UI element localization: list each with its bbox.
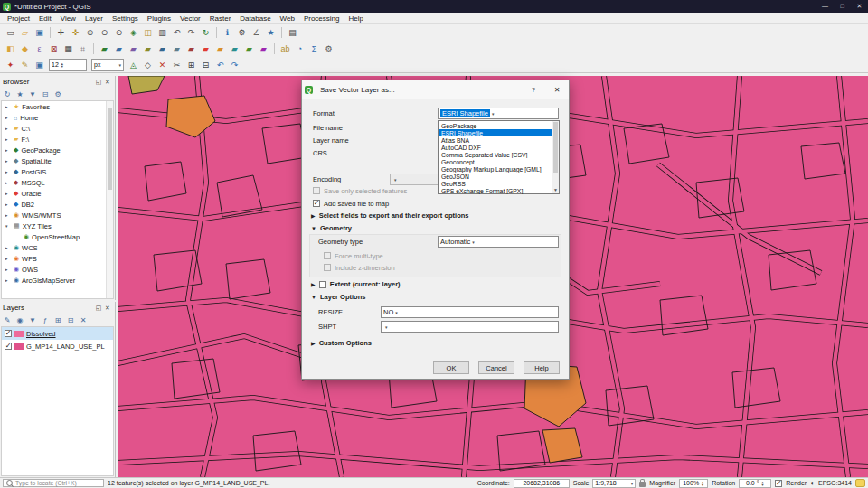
- add-wfs-layer-icon[interactable]: ▰: [242, 42, 256, 56]
- messages-icon[interactable]: [855, 479, 865, 487]
- format-option-gml[interactable]: Geography Markup Language [GML]: [439, 165, 552, 173]
- select-features-icon[interactable]: ◧: [4, 42, 17, 56]
- format-option-geopackage[interactable]: GeoPackage: [439, 122, 552, 129]
- ok-button[interactable]: OK: [433, 361, 469, 374]
- format-option-georss[interactable]: GeoRSS: [439, 180, 552, 187]
- paste-features-icon[interactable]: ⊟: [199, 58, 212, 71]
- zoom-full-icon[interactable]: ◈: [127, 26, 140, 40]
- dropdown-scrollbar[interactable]: ▼: [552, 121, 559, 193]
- browser-item-c-drive[interactable]: ▸ ▰ C:\: [2, 123, 113, 134]
- add-vector-layer-icon[interactable]: ▰: [98, 42, 111, 56]
- magnifier-spinbox[interactable]: 100%▲▼: [679, 479, 708, 488]
- save-edits-icon[interactable]: ▣: [33, 58, 46, 71]
- identify-features-icon[interactable]: ℹ: [221, 26, 234, 40]
- processing-toolbox-icon[interactable]: ⚙: [322, 42, 335, 56]
- zoom-to-layer-icon[interactable]: ▥: [156, 26, 169, 40]
- menu-plugins[interactable]: Plugins: [143, 14, 175, 23]
- size-spinbox[interactable]: 12 ▲▼: [49, 59, 87, 71]
- add-oracle-layer-icon[interactable]: ▰: [199, 42, 212, 56]
- maximize-button[interactable]: □: [834, 0, 851, 13]
- cut-features-icon[interactable]: ✂: [170, 58, 184, 71]
- menu-processing[interactable]: Processing: [299, 14, 344, 23]
- add-feature-icon[interactable]: ◬: [127, 58, 140, 71]
- copy-features-icon[interactable]: ⊞: [184, 58, 198, 71]
- spatial-bookmarks-icon[interactable]: ★: [264, 26, 278, 40]
- expand-arrow-icon[interactable]: ▸: [5, 256, 11, 261]
- undo-icon[interactable]: ↶: [213, 58, 227, 71]
- menu-layer[interactable]: Layer: [80, 14, 108, 23]
- scale-combobox[interactable]: 1:9,718: [592, 479, 636, 488]
- rotation-spinbox[interactable]: 0.0 °▲▼: [739, 479, 771, 488]
- vertex-tool-icon[interactable]: ◇: [141, 58, 155, 71]
- menu-raster[interactable]: Raster: [205, 14, 236, 23]
- format-combobox[interactable]: ESRI Shapefile: [438, 108, 559, 119]
- section-geometry[interactable]: ▼ Geometry: [311, 224, 352, 232]
- layer-labeling-icon[interactable]: ab: [278, 42, 292, 56]
- expand-arrow-icon[interactable]: ▸: [5, 169, 11, 174]
- shpt-combobox[interactable]: [381, 321, 559, 333]
- expand-arrow-icon[interactable]: ▸: [5, 212, 11, 218]
- expand-arrow-icon[interactable]: ▸: [5, 180, 11, 185]
- add-saved-file-checkbox[interactable]: [313, 200, 320, 207]
- pan-to-selection-icon[interactable]: ✜: [69, 26, 82, 40]
- expand-arrow-icon[interactable]: ▸: [5, 202, 11, 207]
- open-project-icon[interactable]: ▱: [18, 26, 32, 40]
- layer-visibility-checkbox[interactable]: [5, 343, 12, 350]
- measure-line-icon[interactable]: ∠: [250, 26, 263, 40]
- add-wms-layer-icon[interactable]: ▰: [213, 42, 227, 56]
- format-option-autocad-dxf[interactable]: AutoCAD DXF: [439, 144, 552, 151]
- browser-item-openstreetmap[interactable]: ◉ OpenStreetMap: [2, 231, 113, 242]
- section-custom-options[interactable]: ▶ Custom Options: [311, 339, 372, 347]
- browser-scrollbar[interactable]: [106, 101, 113, 298]
- crs-status-icon[interactable]: ◐: [810, 479, 815, 487]
- menu-web[interactable]: Web: [276, 14, 299, 23]
- format-option-geoconcept[interactable]: Geoconcept: [439, 158, 552, 165]
- include-z-checkbox[interactable]: [324, 264, 331, 271]
- browser-item-xyz-tiles[interactable]: ▾ ▦ XYZ Tiles: [2, 221, 113, 231]
- cancel-button[interactable]: Cancel: [478, 361, 514, 374]
- add-spatialite-layer-icon[interactable]: ▰: [170, 42, 184, 56]
- menu-database[interactable]: Database: [235, 14, 275, 23]
- layer-item-dissolved[interactable]: Dissolved: [2, 327, 113, 340]
- add-xyz-layer-icon[interactable]: ▰: [257, 42, 270, 56]
- browser-item-wcs[interactable]: ▸ ◉ WCS: [2, 242, 113, 253]
- unit-combobox[interactable]: px: [91, 59, 124, 71]
- collapse-all-icon[interactable]: ⊟: [65, 314, 76, 325]
- expand-arrow-icon[interactable]: ▸: [5, 277, 11, 283]
- layer-visibility-checkbox[interactable]: [5, 330, 12, 337]
- format-option-gpx[interactable]: GPS eXchange Format [GPX]: [439, 187, 552, 194]
- menu-help[interactable]: Help: [344, 14, 367, 23]
- format-option-csv[interactable]: Comma Separated Value [CSV]: [439, 151, 552, 158]
- browser-item-db2[interactable]: ▸ ◆ DB2: [2, 199, 113, 210]
- section-extent[interactable]: ▶ Extent (current: layer): [311, 280, 401, 288]
- browser-item-geopackage[interactable]: ▸ ◆ GeoPackage: [2, 145, 113, 155]
- section-layer-options[interactable]: ▼ Layer Options: [311, 293, 365, 301]
- expand-arrow-icon[interactable]: ▸: [5, 191, 11, 196]
- expand-arrow-icon[interactable]: ▾: [5, 223, 11, 229]
- layer-styling-icon[interactable]: ✎: [2, 314, 13, 325]
- browser-properties-icon[interactable]: ⚙: [52, 89, 63, 99]
- menu-view[interactable]: View: [56, 14, 80, 23]
- redo-icon[interactable]: ↷: [228, 58, 241, 71]
- map-themes-icon[interactable]: ◉: [14, 314, 25, 325]
- new-map-view-icon[interactable]: ▤: [286, 26, 299, 40]
- browser-collapse-all-icon[interactable]: ⊟: [40, 89, 51, 99]
- geometry-type-combobox[interactable]: Automatic: [438, 236, 559, 248]
- dialog-close-icon[interactable]: ✕: [545, 80, 569, 99]
- browser-filter-icon[interactable]: ▼: [27, 89, 38, 99]
- add-mssql-layer-icon[interactable]: ▰: [184, 42, 198, 56]
- save-project-icon[interactable]: ▣: [33, 26, 46, 40]
- browser-item-home[interactable]: ▸ ⌂ Home: [2, 112, 113, 123]
- menu-edit[interactable]: Edit: [34, 14, 56, 23]
- format-option-geojson[interactable]: GeoJSON: [439, 173, 552, 180]
- zoom-native-icon[interactable]: ⊙: [112, 26, 126, 40]
- layer-item-g-mp14-land-use-pl[interactable]: G_MP14_LAND_USE_PL: [2, 340, 113, 352]
- browser-item-f-drive[interactable]: ▸ ▰ F:\: [2, 134, 113, 145]
- section-select-fields[interactable]: ▶ Select fields to export and their expo…: [311, 211, 468, 220]
- current-edits-icon[interactable]: ✦: [4, 58, 17, 71]
- save-only-selected-checkbox[interactable]: [313, 187, 320, 194]
- browser-item-oracle[interactable]: ▸ ◆ Oracle: [2, 188, 113, 199]
- help-button[interactable]: Help: [524, 361, 560, 374]
- new-project-icon[interactable]: ▭: [4, 26, 17, 40]
- browser-refresh-icon[interactable]: ↻: [2, 89, 13, 99]
